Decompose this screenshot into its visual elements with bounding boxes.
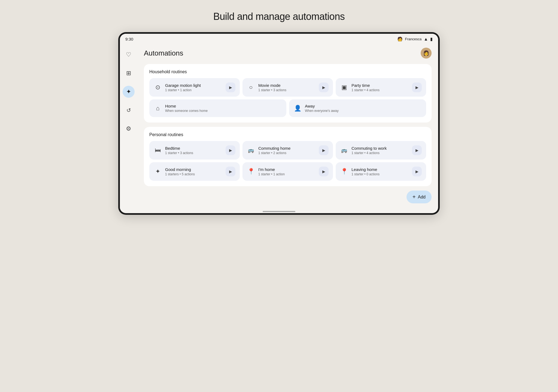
sidebar-item-settings[interactable]: ⚙ bbox=[123, 123, 135, 135]
commute-home-name: Commuting home bbox=[258, 146, 290, 151]
away-icon: 👤 bbox=[293, 105, 302, 112]
garage-name: Garage motion light bbox=[165, 83, 201, 88]
avatar[interactable]: 👩 bbox=[421, 48, 432, 59]
device-screen: 9:30 🧑 Francesca ▲ ▮ ♡ ⊞ ✦ ↺ ⚙ Automatio… bbox=[120, 34, 438, 213]
sidebar-item-history[interactable]: ↺ bbox=[123, 104, 135, 116]
personal-row2: ✦ Good morning 1 starters • 5 actions ▶ … bbox=[149, 162, 426, 181]
away-name: Away bbox=[305, 104, 339, 108]
sidebar-item-automations[interactable]: ✦ bbox=[123, 86, 135, 98]
party-meta: 1 starter • 4 actions bbox=[351, 88, 380, 92]
main-content: Automations 👩 Household routines ⊙ bbox=[137, 43, 438, 209]
leaving-home-name: Leaving home bbox=[351, 167, 380, 172]
routine-card-leaving-home[interactable]: 📍 Leaving home 1 starter • 0 actions ▶ bbox=[336, 162, 426, 181]
sidebar-item-dashboard[interactable]: ⊞ bbox=[123, 67, 135, 79]
routine-card-home[interactable]: ⌂ Home When someone comes home bbox=[149, 99, 286, 117]
away-meta: When everyone's away bbox=[305, 109, 339, 113]
routine-card-commute-home[interactable]: 🚌 Commuting home 1 starter • 2 actions ▶ bbox=[242, 141, 333, 160]
garage-meta: 1 starter • 1 action bbox=[165, 88, 201, 92]
routine-card-away[interactable]: 👤 Away When everyone's away bbox=[289, 99, 426, 117]
home-icon: ⌂ bbox=[154, 105, 162, 112]
commute-work-play-btn[interactable]: ▶ bbox=[412, 145, 422, 155]
party-icon: ▣ bbox=[340, 84, 348, 91]
household-bottom-row: ⌂ Home When someone comes home 👤 bbox=[149, 99, 426, 117]
app-body: ♡ ⊞ ✦ ↺ ⚙ Automations 👩 Household routin… bbox=[120, 43, 438, 209]
party-name: Party time bbox=[351, 83, 380, 88]
home-bar bbox=[263, 211, 295, 212]
leaving-home-play-btn[interactable]: ▶ bbox=[412, 167, 422, 176]
good-morning-name: Good morning bbox=[165, 167, 195, 172]
user-avatar-small: 🧑 bbox=[397, 36, 403, 42]
sidebar: ♡ ⊞ ✦ ↺ ⚙ bbox=[120, 43, 137, 209]
movie-icon: ○ bbox=[247, 84, 255, 91]
commute-work-name: Commuting to work bbox=[351, 146, 387, 151]
top-bar: Automations 👩 bbox=[144, 48, 432, 59]
bedtime-meta: 1 starter • 3 actions bbox=[165, 151, 193, 155]
status-user: Francesca bbox=[405, 37, 421, 41]
good-morning-meta: 1 starters • 5 actions bbox=[165, 172, 195, 176]
add-icon: + bbox=[413, 194, 416, 200]
add-label: Add bbox=[418, 195, 426, 200]
page-title: Build and manage automations bbox=[213, 11, 345, 22]
leaving-home-icon: 📍 bbox=[340, 168, 348, 175]
device-frame: 9:30 🧑 Francesca ▲ ▮ ♡ ⊞ ✦ ↺ ⚙ Automatio… bbox=[118, 32, 440, 215]
bedtime-play-btn[interactable]: ▶ bbox=[226, 145, 235, 155]
im-home-meta: 1 starter • 1 action bbox=[258, 172, 285, 176]
wifi-icon: ▲ bbox=[424, 37, 428, 42]
movie-meta: 1 starter • 3 actions bbox=[258, 88, 286, 92]
sidebar-item-favorites[interactable]: ♡ bbox=[123, 49, 135, 61]
routine-card-movie[interactable]: ○ Movie mode 1 starter • 3 actions ▶ bbox=[242, 78, 333, 97]
home-meta: When someone comes home bbox=[165, 109, 208, 113]
home-indicator bbox=[120, 209, 438, 213]
im-home-icon: 📍 bbox=[247, 168, 255, 175]
bedtime-name: Bedtime bbox=[165, 146, 193, 151]
good-morning-play-btn[interactable]: ▶ bbox=[226, 167, 235, 176]
commute-home-play-btn[interactable]: ▶ bbox=[319, 145, 329, 155]
movie-play-btn[interactable]: ▶ bbox=[319, 82, 329, 92]
commute-work-icon: 🚌 bbox=[340, 147, 348, 153]
leaving-home-meta: 1 starter • 0 actions bbox=[351, 172, 380, 176]
status-bar: 9:30 🧑 Francesca ▲ ▮ bbox=[120, 34, 438, 43]
routine-card-party[interactable]: ▣ Party time 1 starter • 4 actions ▶ bbox=[336, 78, 426, 97]
household-section: Household routines ⊙ Garage motion light… bbox=[144, 64, 432, 122]
im-home-play-btn[interactable]: ▶ bbox=[319, 167, 329, 176]
household-section-title: Household routines bbox=[149, 69, 426, 74]
home-name: Home bbox=[165, 104, 208, 108]
movie-name: Movie mode bbox=[258, 83, 286, 88]
commute-home-icon: 🚌 bbox=[247, 147, 255, 153]
commute-work-meta: 1 starter • 4 actions bbox=[351, 151, 387, 155]
garage-icon: ⊙ bbox=[154, 84, 162, 91]
status-time: 9:30 bbox=[125, 37, 133, 41]
routine-card-commute-work[interactable]: 🚌 Commuting to work 1 starter • 4 action… bbox=[336, 141, 426, 160]
good-morning-icon: ✦ bbox=[154, 168, 162, 175]
screen-title: Automations bbox=[144, 49, 183, 57]
commute-home-meta: 1 starter • 2 actions bbox=[258, 151, 290, 155]
personal-row1: 🛏 Bedtime 1 starter • 3 actions ▶ 🚌 bbox=[149, 141, 426, 160]
bedtime-icon: 🛏 bbox=[154, 147, 162, 154]
household-top-row: ⊙ Garage motion light 1 starter • 1 acti… bbox=[149, 78, 426, 97]
add-button[interactable]: + Add bbox=[407, 191, 432, 203]
status-right: 🧑 Francesca ▲ ▮ bbox=[397, 36, 433, 42]
im-home-name: I'm home bbox=[258, 167, 285, 172]
party-play-btn[interactable]: ▶ bbox=[412, 82, 422, 92]
battery-icon: ▮ bbox=[430, 36, 433, 42]
garage-play-btn[interactable]: ▶ bbox=[226, 82, 235, 92]
personal-section-title: Personal routines bbox=[149, 132, 426, 137]
routine-card-bedtime[interactable]: 🛏 Bedtime 1 starter • 3 actions ▶ bbox=[149, 141, 240, 160]
personal-section: Personal routines 🛏 Bedtime 1 starter • … bbox=[144, 127, 432, 186]
routine-card-garage[interactable]: ⊙ Garage motion light 1 starter • 1 acti… bbox=[149, 78, 240, 97]
routine-card-im-home[interactable]: 📍 I'm home 1 starter • 1 action ▶ bbox=[242, 162, 333, 181]
fab-container: + Add bbox=[144, 191, 432, 203]
routine-card-good-morning[interactable]: ✦ Good morning 1 starters • 5 actions ▶ bbox=[149, 162, 240, 181]
